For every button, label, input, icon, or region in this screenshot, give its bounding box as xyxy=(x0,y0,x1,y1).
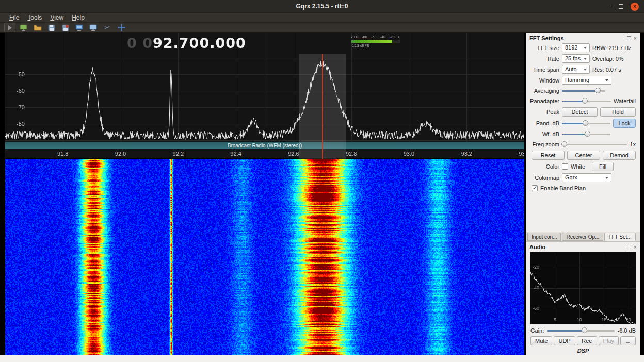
pandapter-plot[interactable] xyxy=(5,33,524,142)
db-axis-label: -60 xyxy=(10,88,25,94)
audio-khz-label: 5 xyxy=(554,317,556,322)
pan-icon[interactable] xyxy=(116,23,127,32)
configure-io-icon[interactable] xyxy=(18,23,29,32)
fft-size-label: FFT size xyxy=(526,45,559,51)
audio-db-label: -40 xyxy=(533,285,539,290)
gain-value: -6.0 dB xyxy=(618,327,636,334)
white-checkbox[interactable] xyxy=(562,163,568,170)
averaging-row: Averaging xyxy=(526,86,640,96)
left-margin xyxy=(0,33,5,355)
open-file-icon[interactable] xyxy=(32,23,43,32)
meter-tick: -40 xyxy=(380,35,385,39)
cut-icon[interactable]: ✂ xyxy=(102,23,113,32)
panadapter-split-slider[interactable] xyxy=(562,97,611,105)
frequency-value: 92.700.000 xyxy=(153,35,246,51)
close-dock-icon[interactable]: × xyxy=(634,36,637,41)
frequency-display[interactable]: 0 092.700.000 xyxy=(127,35,246,51)
save-file-icon[interactable] xyxy=(46,23,57,32)
close-icon[interactable]: × xyxy=(631,3,639,11)
tab-input-controls[interactable]: Input con... xyxy=(527,233,561,241)
time-span-select[interactable]: Auto xyxy=(562,65,590,74)
fft-settings-dock: FFT Settings × FFT size 8192 RBW: 219.7 … xyxy=(526,33,640,232)
tab-receiver-options[interactable]: Receiver Op... xyxy=(562,233,603,241)
dsp-dock-label: DSP xyxy=(526,347,640,355)
panadapter-label: Panadapter xyxy=(526,98,559,104)
tab-fft-settings[interactable]: FFT Set... xyxy=(604,233,635,241)
demod-button[interactable]: Demod xyxy=(603,151,636,160)
maximize-icon[interactable] xyxy=(619,4,623,9)
menu-file[interactable]: File xyxy=(5,13,23,22)
peak-detect-button[interactable]: Detect xyxy=(562,107,598,117)
dock-tabs: Input con... Receiver Op... FFT Set... xyxy=(526,232,640,242)
freq-tick: 93.2 xyxy=(461,151,472,157)
pand-db-label: Pand. dB xyxy=(526,120,559,126)
menu-help[interactable]: Help xyxy=(68,13,89,22)
averaging-slider[interactable] xyxy=(562,87,605,94)
save-as-icon[interactable] xyxy=(60,23,71,32)
audio-buttons: Mute UDP Rec Play ... xyxy=(526,335,640,347)
rate-select[interactable]: 25 fps xyxy=(562,54,590,63)
rbw-value: RBW: 219.7 Hz xyxy=(592,45,632,51)
plotter: 0 092.700.000 -100 -80 -60 -40 -20 0 -15… xyxy=(5,33,524,355)
band-plan-row: Enable Band Plan xyxy=(526,183,640,193)
colormap-select[interactable]: Gqrx xyxy=(562,173,611,182)
audio-khz-label: 15 xyxy=(601,317,606,322)
pand-db-slider[interactable] xyxy=(562,120,610,127)
gain-row: Gain: -6.0 dB xyxy=(526,326,640,335)
rate-row: Rate 25 fps Overlap: 0% xyxy=(526,53,640,64)
menubar: File Tools View Help xyxy=(0,13,644,22)
remote-control-icon[interactable] xyxy=(88,23,99,32)
udp-button[interactable]: UDP xyxy=(554,336,575,345)
float-dock-icon[interactable] xyxy=(627,36,631,40)
freq-zoom-label: Freq zoom xyxy=(526,141,559,147)
peak-hold-button[interactable]: Hold xyxy=(600,107,636,117)
fill-button[interactable]: Fill xyxy=(592,162,614,171)
waterfall[interactable] xyxy=(5,159,524,355)
lock-button[interactable]: Lock xyxy=(613,119,636,128)
freq-tick: 92.2 xyxy=(173,151,184,157)
freq-zoom-row: Freq zoom 1x xyxy=(526,139,640,150)
toolbar: ✂ xyxy=(0,22,644,33)
fft-settings-header: FFT Settings × xyxy=(526,33,640,42)
freq-zoom-slider[interactable] xyxy=(562,141,627,148)
frequency-scale[interactable]: 91.8 92.0 92.2 92.4 92.6 92.8 93.0 93.2 … xyxy=(5,149,524,159)
enable-band-plan-label: Enable Band Plan xyxy=(540,185,586,191)
db-axis-label: -80 xyxy=(10,121,25,127)
waterfall-display[interactable] xyxy=(5,159,524,355)
averaging-label: Averaging xyxy=(526,88,559,94)
fft-size-select[interactable]: 8192 xyxy=(562,43,590,52)
pandapter[interactable]: 0 092.700.000 -100 -80 -60 -40 -20 0 -15… xyxy=(5,33,524,142)
more-button[interactable]: ... xyxy=(620,336,636,345)
window-title: Gqrx 2.15.5 - rtl=0 xyxy=(296,3,348,10)
dock-panel: FFT Settings × FFT size 8192 RBW: 219.7 … xyxy=(526,33,640,355)
screenshot-icon[interactable] xyxy=(74,23,85,32)
window-label: Window xyxy=(526,77,559,84)
audio-db-label: -60 xyxy=(533,306,539,311)
pand-db-row: Pand. dB Lock xyxy=(526,118,640,129)
menu-tools[interactable]: Tools xyxy=(23,13,46,22)
gain-label: Gain: xyxy=(530,327,544,334)
wf-db-slider[interactable] xyxy=(562,130,610,138)
rec-button[interactable]: Rec xyxy=(577,336,597,345)
window-select[interactable]: Hamming xyxy=(562,76,611,85)
mute-button[interactable]: Mute xyxy=(530,336,552,345)
center-button[interactable]: Center xyxy=(567,151,600,160)
audio-khz-label: 20 xyxy=(626,317,631,322)
audio-db-label: -20 xyxy=(533,265,539,270)
frequency-leading-zeros: 0 0 xyxy=(127,35,153,51)
menu-view[interactable]: View xyxy=(46,13,68,22)
panadapter-split-row: Panadapter Waterfall xyxy=(526,96,640,106)
close-dock-icon[interactable]: × xyxy=(634,245,637,250)
colormap-label: Colormap xyxy=(526,175,559,181)
enable-band-plan-checkbox[interactable] xyxy=(532,185,538,191)
db-axis-label: -50 xyxy=(10,71,25,77)
reset-button[interactable]: Reset xyxy=(532,151,565,160)
float-dock-icon[interactable] xyxy=(627,245,631,249)
color-label: Color xyxy=(526,163,559,170)
start-dsp-icon[interactable] xyxy=(4,23,15,32)
tuning-line[interactable] xyxy=(322,54,323,159)
gain-slider[interactable] xyxy=(547,327,614,334)
freq-zoom-value: 1x xyxy=(630,141,636,147)
minimize-icon[interactable]: – xyxy=(608,4,611,9)
audio-title: Audio xyxy=(529,244,627,250)
